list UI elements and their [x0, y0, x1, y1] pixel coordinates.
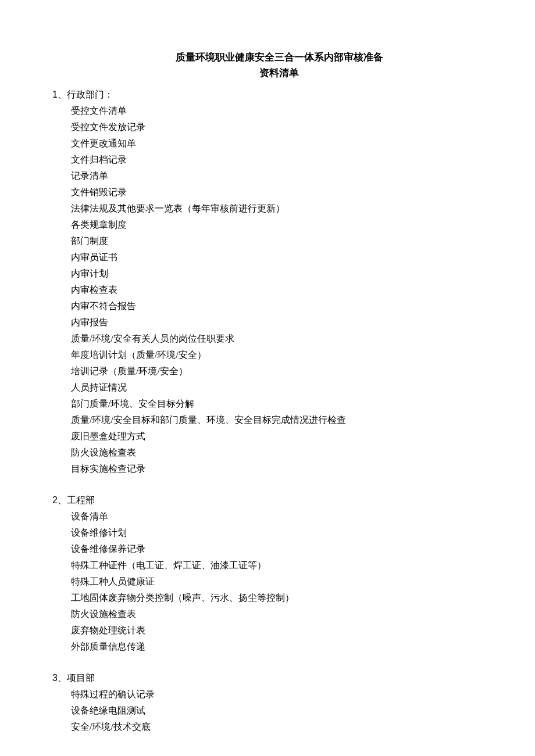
- list-item: 内审不符合报告: [52, 298, 483, 314]
- list-item: 文件归档记录: [52, 152, 483, 168]
- list-item: 年度培训计划（质量/环境/安全）: [52, 347, 483, 363]
- list-item: 废旧墨盒处理方式: [52, 428, 483, 445]
- list-item: 防火设施检查表: [52, 606, 483, 622]
- document-title-line1: 质量环境职业健康安全三合一体系内部审核准备: [76, 49, 483, 65]
- list-item: 部门制度: [52, 233, 483, 249]
- section-name-2: 工程部: [67, 495, 95, 505]
- list-item: 内审报告: [52, 314, 483, 331]
- section-2: 2、工程部 设备清单 设备维修计划 设备维修保养记录 特殊工种证件（电工证、焊工…: [52, 492, 483, 655]
- list-item: 设备清单: [52, 508, 483, 525]
- list-item: 内审检查表: [52, 282, 483, 298]
- list-item: 废弃物处理统计表: [52, 622, 483, 639]
- list-item: 质量/环境/安全有关人员的岗位任职要求: [52, 331, 483, 347]
- list-item: 工地固体废弃物分类控制（噪声、污水、扬尘等控制）: [52, 590, 483, 606]
- list-item: 内审计划: [52, 266, 483, 282]
- list-item: 特殊工种人员健康证: [52, 574, 483, 590]
- list-item: 防火设施检查表: [52, 445, 483, 461]
- list-item: 设备维修计划: [52, 525, 483, 541]
- list-item: 设备绝缘电阻测试: [52, 703, 483, 719]
- list-item: 记录清单: [52, 168, 483, 184]
- list-item: 各类规章制度: [52, 217, 483, 233]
- list-item: 内审员证书: [52, 249, 483, 266]
- section-header-1: 1、行政部门：: [52, 87, 483, 103]
- list-item: 特殊过程的确认记录: [52, 686, 483, 703]
- list-item: 外部质量信息传递: [52, 639, 483, 655]
- list-item: 受控文件清单: [52, 103, 483, 119]
- list-item: 文件更改通知单: [52, 135, 483, 152]
- section-1: 1、行政部门： 受控文件清单 受控文件发放记录 文件更改通知单 文件归档记录 记…: [52, 87, 483, 477]
- section-3: 3、项目部 特殊过程的确认记录 设备绝缘电阻测试 安全/环境/技术交底: [52, 670, 483, 735]
- list-item: 人员持证情况: [52, 379, 483, 396]
- list-item: 目标实施检查记录: [52, 461, 483, 477]
- list-item: 法律法规及其他要求一览表（每年审核前进行更新）: [52, 200, 483, 217]
- list-item: 安全/环境/技术交底: [52, 719, 483, 735]
- list-item: 文件销毁记录: [52, 184, 483, 200]
- section-number-2: 2: [52, 495, 58, 505]
- list-item: 设备维修保养记录: [52, 541, 483, 557]
- list-item: 培训记录（质量/环境/安全）: [52, 363, 483, 379]
- section-header-2: 2、工程部: [52, 492, 483, 508]
- section-number-1: 1: [52, 89, 58, 99]
- list-item: 受控文件发放记录: [52, 119, 483, 135]
- list-item: 特殊工种证件（电工证、焊工证、油漆工证等）: [52, 557, 483, 574]
- section-name-1: 行政部门：: [67, 89, 113, 99]
- section-name-3: 项目部: [67, 673, 95, 683]
- section-header-3: 3、项目部: [52, 670, 483, 686]
- section-number-3: 3: [52, 673, 58, 683]
- list-item: 部门质量/环境、安全目标分解: [52, 396, 483, 412]
- document-title-line2: 资料清单: [76, 65, 483, 81]
- list-item: 质量/环境/安全目标和部门质量、环境、安全目标完成情况进行检查: [52, 412, 483, 428]
